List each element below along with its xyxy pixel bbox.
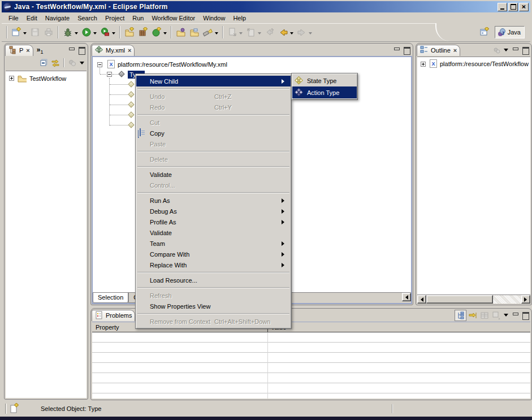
menu-item-refresh: Refresh: [136, 290, 291, 301]
menu-file[interactable]: File: [5, 14, 23, 23]
collapse-icon[interactable]: [107, 72, 112, 77]
menu-edit[interactable]: Edit: [23, 14, 41, 23]
open-resource-button[interactable]: [188, 25, 201, 39]
close-view-icon[interactable]: [26, 47, 29, 54]
search-button[interactable]: [201, 25, 215, 39]
menu-item-validate-2[interactable]: Validate: [136, 227, 291, 238]
stacked-views-icon[interactable]: 1: [37, 46, 44, 55]
menu-item-paste: Paste: [136, 138, 291, 149]
problems-tab[interactable]: Problems: [92, 310, 135, 321]
collapse-all-button[interactable]: [38, 57, 50, 68]
editor-tab-myxml[interactable]: My.xml: [92, 45, 135, 56]
debug-dropdown-icon[interactable]: [75, 32, 78, 36]
child-node-icon[interactable]: [128, 111, 134, 118]
pin-property-button[interactable]: [466, 310, 478, 321]
child-node-icon[interactable]: [128, 81, 134, 87]
menu-item-profile-as[interactable]: Profile As: [136, 217, 291, 227]
view-menu-icon[interactable]: [80, 62, 84, 67]
menu-item-debug-as[interactable]: Debug As: [136, 206, 291, 217]
back-button[interactable]: [276, 25, 290, 39]
scroll-left-icon[interactable]: [417, 295, 426, 304]
minimize-view-button[interactable]: [512, 46, 520, 54]
restore-button[interactable]: [508, 3, 518, 11]
scroll-track[interactable]: [493, 295, 521, 304]
table-row[interactable]: [92, 343, 530, 353]
maximize-editor-button[interactable]: [403, 46, 412, 54]
view-menu-icon[interactable]: [504, 314, 508, 319]
external-tools-button[interactable]: [98, 25, 112, 39]
debug-button[interactable]: [61, 25, 75, 39]
menu-item-load-resource[interactable]: Load Resource...: [136, 275, 291, 285]
menu-item-compare-with[interactable]: Compare With: [136, 249, 291, 259]
outline-tab[interactable]: Outline: [417, 45, 460, 56]
outline-hscrollbar[interactable]: [417, 295, 530, 304]
maximize-view-button[interactable]: [78, 46, 86, 54]
collapse-icon[interactable]: [97, 62, 102, 67]
minimize-editor-button[interactable]: [393, 46, 401, 54]
menu-item-validate[interactable]: Validate: [136, 169, 291, 180]
table-row[interactable]: [92, 383, 530, 393]
run-dropdown-icon[interactable]: [93, 32, 97, 36]
menu-run[interactable]: Run: [128, 14, 148, 23]
package-explorer-tab[interactable]: P: [5, 45, 33, 56]
project-label[interactable]: TestWorkflow: [29, 75, 66, 82]
new-dropdown-icon[interactable]: [23, 32, 27, 36]
title-bar[interactable]: Java - TestWorkflow/My.xml - Eclipse Pla…: [2, 1, 530, 12]
tree-root-label[interactable]: platform:/resource/TestWorkflow/My.xml: [118, 61, 227, 68]
outline-tree[interactable]: X platform:/resource/TestWorkflow: [417, 57, 530, 304]
menu-search[interactable]: Search: [73, 14, 101, 23]
new-package-button[interactable]: [136, 25, 150, 39]
new-class-dropdown-icon[interactable]: [163, 32, 167, 36]
menu-window[interactable]: Window: [199, 14, 229, 23]
scroll-thumb[interactable]: [426, 295, 493, 304]
back-dropdown-icon[interactable]: [290, 32, 293, 36]
submenu-item-state-type[interactable]: State Type: [292, 75, 357, 86]
maximize-view-button[interactable]: [522, 46, 530, 54]
new-java-project-button[interactable]: [123, 25, 136, 39]
view-menu-icon[interactable]: [504, 49, 508, 54]
menu-help[interactable]: Help: [229, 14, 250, 23]
scroll-right-icon[interactable]: [521, 295, 530, 304]
open-type-button[interactable]: [174, 25, 188, 39]
child-node-icon[interactable]: [128, 101, 134, 107]
menu-item-team[interactable]: Team: [136, 238, 291, 249]
expand-icon[interactable]: [421, 62, 426, 67]
menu-workflow-editor[interactable]: Workflow Editor: [148, 14, 199, 23]
search-dropdown-icon[interactable]: [215, 32, 218, 36]
new-wizard-button[interactable]: [10, 25, 23, 39]
minimize-view-button[interactable]: [512, 311, 520, 319]
submenu-item-action-type[interactable]: Action Type: [292, 86, 357, 98]
table-row[interactable]: [92, 373, 530, 383]
menu-item-copy[interactable]: Copy: [136, 128, 291, 138]
run-button[interactable]: [80, 25, 93, 39]
external-tools-dropdown-icon[interactable]: [112, 32, 115, 36]
menu-item-new-child[interactable]: New Child: [136, 76, 291, 86]
menu-item-show-properties-view[interactable]: Show Properties View: [136, 301, 291, 311]
link-with-editor-button[interactable]: [50, 57, 61, 68]
expand-icon[interactable]: [9, 76, 14, 81]
maximize-view-button[interactable]: [522, 311, 530, 319]
menu-navigate[interactable]: Navigate: [41, 14, 73, 23]
child-node-icon[interactable]: [128, 122, 134, 128]
tree-mode-button[interactable]: [455, 310, 466, 321]
table-row[interactable]: [92, 363, 530, 373]
table-row[interactable]: [92, 332, 530, 343]
menu-project[interactable]: Project: [101, 14, 128, 23]
minimize-button[interactable]: [498, 3, 507, 11]
close-button[interactable]: [519, 3, 529, 11]
close-view-icon[interactable]: [453, 47, 457, 54]
outline-root-label[interactable]: platform:/resource/TestWorkflow: [440, 60, 529, 67]
package-explorer-tree[interactable]: TestWorkflow: [6, 71, 86, 398]
new-class-button[interactable]: [150, 25, 163, 39]
child-node-icon[interactable]: [128, 91, 134, 97]
menu-item-replace-with[interactable]: Replace With: [136, 259, 291, 270]
editor-page-tab-selection[interactable]: Selection: [93, 293, 128, 303]
scroll-left-icon[interactable]: [402, 293, 411, 301]
minimize-view-button[interactable]: [68, 46, 76, 54]
restore-default-button: [490, 310, 502, 321]
java-perspective-button[interactable]: J Java: [495, 26, 525, 38]
close-editor-icon[interactable]: [128, 47, 131, 54]
table-row[interactable]: [92, 353, 530, 363]
open-perspective-button[interactable]: [478, 25, 491, 39]
menu-item-run-as[interactable]: Run As: [136, 195, 291, 206]
